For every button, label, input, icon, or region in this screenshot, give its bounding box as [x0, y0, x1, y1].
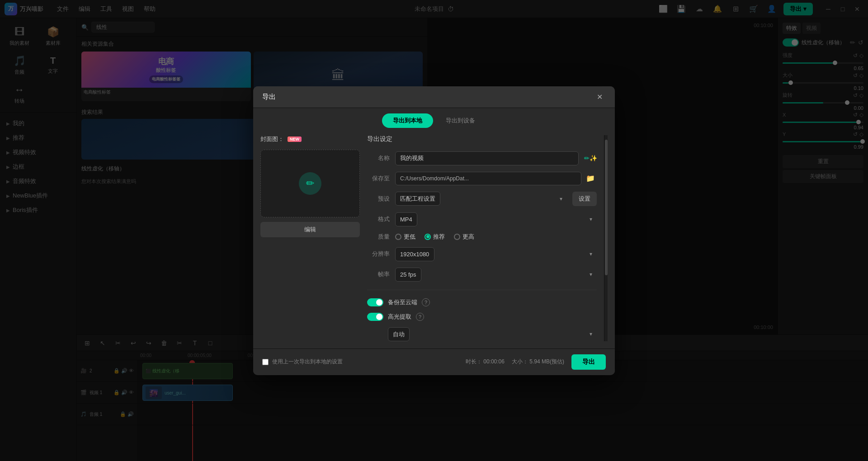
- scrollbar-thumb: [605, 140, 608, 275]
- duration-info: 时长： 00:00:06: [466, 358, 505, 366]
- auto-select[interactable]: 自动: [388, 327, 410, 341]
- cover-label: 封面图：: [260, 135, 284, 143]
- field-label-resolution: 分辨率: [367, 250, 390, 258]
- footer-checkbox-row: 使用上一次导出到本地的设置: [262, 358, 343, 366]
- field-label-fps: 帧率: [367, 270, 390, 278]
- modal-settings-section: 导出设定 名称 ✏✨ 保存至 C:/Users/Domdom/AppDat...…: [367, 135, 597, 341]
- highlight-row: 高光提取 ?: [367, 313, 597, 321]
- export-modal: 导出 ✕ 导出到本地 导出到设备 封面图： NEW ✏ 编辑: [253, 86, 615, 375]
- highlight-label: 高光提取: [388, 313, 411, 321]
- form-row-format: 格式 MP4: [367, 212, 597, 226]
- quality-options: 更低 推荐 更高: [395, 233, 474, 241]
- modal-body: 封面图： NEW ✏ 编辑 导出设定 名称 ✏✨ 保存: [253, 128, 615, 348]
- tab-export-local[interactable]: 导出到本地: [382, 113, 433, 128]
- footer-info-area: 时长： 00:00:06 大小： 5.94 MB(预估) 导出: [466, 354, 606, 370]
- divider-1: [367, 290, 597, 290]
- field-label-format: 格式: [367, 215, 390, 223]
- backup-cloud-label: 备份至云端: [388, 298, 417, 306]
- form-row-fps: 帧率 25 fps: [367, 268, 597, 282]
- cover-edit-icon: ✏: [299, 172, 321, 195]
- modal-close-button[interactable]: ✕: [593, 90, 606, 103]
- form-row-save: 保存至 C:/Users/Domdom/AppDat... 📁: [367, 172, 597, 185]
- field-label-preset: 预设: [367, 195, 390, 203]
- use-last-settings-label: 使用上一次导出到本地的设置: [272, 358, 343, 366]
- modal-tabs: 导出到本地 导出到设备: [253, 108, 615, 128]
- quality-recommended[interactable]: 推荐: [425, 233, 445, 241]
- backup-cloud-help[interactable]: ?: [422, 298, 430, 306]
- use-last-settings-checkbox[interactable]: [262, 359, 269, 365]
- modal-header: 导出 ✕: [253, 86, 615, 108]
- modal-title: 导出: [262, 93, 276, 101]
- radio-recommended: [425, 234, 431, 240]
- path-row: C:/Users/Domdom/AppDat... 📁: [395, 172, 597, 185]
- export-settings-title: 导出设定: [367, 135, 597, 143]
- form-row-auto: 自动: [367, 327, 597, 341]
- quality-lower-label: 更低: [404, 233, 415, 241]
- form-row-name: 名称 ✏✨: [367, 151, 597, 165]
- backup-cloud-row: 备份至云端 ?: [367, 298, 597, 306]
- fps-select[interactable]: 25 fps: [395, 268, 421, 282]
- size-info: 大小： 5.94 MB(预估): [512, 358, 564, 366]
- folder-browse-button[interactable]: 📁: [584, 172, 597, 185]
- preset-select-wrapper: 匹配工程设置: [395, 192, 567, 206]
- form-row-preset: 预设 匹配工程设置 设置: [367, 192, 597, 206]
- highlight-help[interactable]: ?: [416, 313, 424, 321]
- fps-select-wrapper: 25 fps: [395, 268, 597, 282]
- format-select-wrapper: MP4: [395, 212, 597, 226]
- name-input[interactable]: [395, 151, 579, 165]
- ai-name-button[interactable]: ✏✨: [584, 152, 597, 165]
- preset-settings-button[interactable]: 设置: [572, 192, 597, 206]
- radio-higher: [454, 234, 460, 240]
- format-select[interactable]: MP4: [395, 212, 417, 226]
- cover-label-row: 封面图： NEW: [260, 135, 360, 143]
- modal-cover-section: 封面图： NEW ✏ 编辑: [260, 135, 360, 341]
- modal-scrollbar[interactable]: [604, 135, 608, 341]
- backup-cloud-toggle[interactable]: [367, 298, 383, 306]
- radio-lower: [395, 234, 401, 240]
- preset-select[interactable]: 匹配工程设置: [395, 192, 440, 206]
- form-row-resolution: 分辨率 1920x1080: [367, 247, 597, 261]
- field-label-save: 保存至: [367, 174, 390, 183]
- resolution-select[interactable]: 1920x1080: [395, 247, 434, 261]
- highlight-knob: [376, 314, 382, 320]
- resolution-select-wrapper: 1920x1080: [395, 247, 597, 261]
- form-row-quality: 质量 更低 推荐: [367, 233, 597, 241]
- backup-cloud-knob: [376, 299, 382, 306]
- save-path-display: C:/Users/Domdom/AppDat...: [395, 172, 581, 185]
- quality-lower[interactable]: 更低: [395, 233, 415, 241]
- new-badge: NEW: [288, 136, 302, 142]
- quality-higher-label: 更高: [462, 233, 474, 241]
- tab-export-device[interactable]: 导出到设备: [435, 113, 486, 128]
- highlight-toggle[interactable]: [367, 313, 383, 321]
- quality-higher[interactable]: 更高: [454, 233, 474, 241]
- field-label-quality: 质量: [367, 233, 390, 241]
- modal-footer: 使用上一次导出到本地的设置 时长： 00:00:06 大小： 5.94 MB(预…: [253, 348, 615, 375]
- quality-recommended-label: 推荐: [433, 233, 445, 241]
- export-final-button[interactable]: 导出: [571, 354, 606, 370]
- field-label-name: 名称: [367, 154, 390, 162]
- cover-edit-button[interactable]: 编辑: [260, 222, 360, 237]
- modal-overlay[interactable]: 导出 ✕ 导出到本地 导出到设备 封面图： NEW ✏ 编辑: [0, 0, 868, 461]
- cover-preview[interactable]: ✏: [260, 150, 360, 217]
- radio-dot: [426, 235, 429, 238]
- auto-select-wrapper: 自动: [388, 327, 597, 341]
